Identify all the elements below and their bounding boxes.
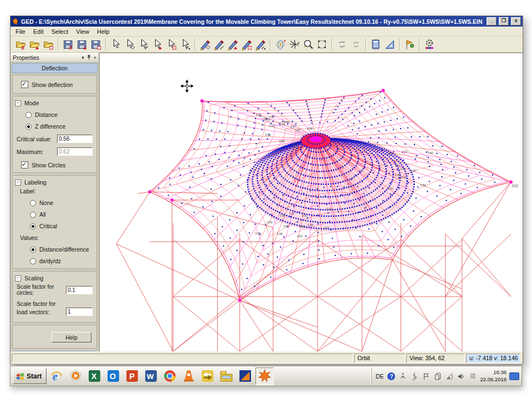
panel-pin-icon[interactable] <box>86 54 91 60</box>
tray-speaker-icon[interactable] <box>456 371 466 381</box>
toolbar-gear-colors-icon[interactable] <box>422 38 436 51</box>
toolbar-cursor-plain-icon[interactable] <box>109 38 122 51</box>
taskbar-clock[interactable]: 16:36 22.06.2019 <box>480 369 507 383</box>
label-critical-radio[interactable] <box>30 223 36 229</box>
toolbar-pen-triangle-icon[interactable] <box>226 38 239 51</box>
toolbar-open-triangle-icon[interactable] <box>27 38 41 51</box>
taskbar-files-icon[interactable] <box>218 368 235 385</box>
scale-circles-input[interactable] <box>66 286 93 294</box>
show-circles-checkbox[interactable] <box>21 161 28 168</box>
language-indicator[interactable]: DE <box>376 373 384 380</box>
tray-network-icon[interactable] <box>444 371 454 381</box>
critical-value-input[interactable] <box>57 135 93 143</box>
help-button[interactable]: Help <box>52 332 91 342</box>
taskbar-exchange-icon[interactable] <box>199 368 216 385</box>
show-deflection-checkbox[interactable] <box>21 81 28 88</box>
toolbar-save-hash-icon[interactable]: # <box>61 38 75 51</box>
menu-help[interactable]: Help <box>93 28 114 35</box>
toolbar-rays-icon[interactable] <box>287 38 301 51</box>
toolbar-link-a-icon[interactable] <box>335 38 349 51</box>
menu-edit[interactable]: Edit <box>29 28 48 35</box>
start-button[interactable]: Start <box>13 368 47 384</box>
toolbar-fit-icon[interactable] <box>315 38 329 51</box>
taskbar-media-player-icon[interactable] <box>67 368 84 385</box>
svg-text:0.58: 0.58 <box>307 127 313 130</box>
toolbar-zoom-icon[interactable] <box>301 38 315 51</box>
toolbar-save-triangle-icon[interactable] <box>75 38 89 51</box>
tray-device-icon[interactable] <box>433 371 442 381</box>
mode-distance-radio[interactable] <box>25 112 32 118</box>
taskbar-cad-icon[interactable] <box>237 368 254 385</box>
svg-text:0.61: 0.61 <box>265 134 271 136</box>
close-button[interactable]: x <box>511 17 521 25</box>
panel-title: Properties <box>13 54 39 61</box>
taskbar-membrane-app-icon[interactable] <box>255 367 274 385</box>
toolbar-open-square-icon[interactable] <box>41 38 55 51</box>
group-mode: − Mode Distance Z difference Critical va… <box>12 96 97 173</box>
toolbar-pen-diamond-icon[interactable] <box>198 38 212 51</box>
toolbar-flag-run-icon[interactable] <box>402 38 416 51</box>
toolbar-link-b-icon[interactable] <box>349 38 362 51</box>
label-all-radio[interactable] <box>30 212 36 218</box>
toolbar-save-square-icon[interactable] <box>89 38 103 51</box>
taskbar-powerpoint-icon[interactable]: P <box>124 368 141 385</box>
panel-title-bar[interactable]: Properties ▾ × <box>11 53 99 63</box>
toolbar-cursor-triangle-icon[interactable] <box>150 38 164 51</box>
quick-launch-area: eXOPW <box>48 367 274 385</box>
toolbar-orbit-icon[interactable] <box>273 38 287 51</box>
toolbar-calculator-icon[interactable] <box>369 38 382 51</box>
panel-dropdown-icon[interactable]: ▾ <box>81 55 84 60</box>
critical-value-label: Critical value: <box>17 136 52 142</box>
mode-zdifference-radio[interactable] <box>25 124 32 130</box>
screenshot-stage: GED - E:\Synch\Archiv\Scia Usercontest 2… <box>0 0 532 399</box>
taskbar-outlook-icon[interactable]: O <box>105 368 122 385</box>
tray-community-icon[interactable] <box>468 371 477 381</box>
toolbar-pen-square-icon[interactable] <box>239 38 253 51</box>
restore-button[interactable]: ❐ <box>499 17 509 25</box>
taskbar-ie-icon[interactable]: e <box>48 368 65 385</box>
toolbar-pen-dot-icon[interactable] <box>253 38 267 51</box>
ged-window: GED - E:\Synch\Archiv\Scia Usercontest 2… <box>10 16 523 365</box>
svg-text:0.59: 0.59 <box>293 147 299 150</box>
values-distance-radio[interactable] <box>30 247 36 253</box>
label-none-radio[interactable] <box>30 200 36 206</box>
taskbar-chrome-icon[interactable] <box>161 368 178 385</box>
tray-caret-icon[interactable] <box>398 371 407 381</box>
viewport[interactable]: 0.870.610.580.590.600.620.570.610.630.58… <box>100 53 523 351</box>
taskbar-excel-icon[interactable]: X <box>86 368 103 385</box>
status-uv-coords: u: -7.418 v: 18.146 <box>466 354 520 363</box>
taskbar-word-icon[interactable]: W <box>142 368 160 385</box>
toolbar-open-hash-icon[interactable]: # <box>13 38 27 51</box>
collapse-labeling-icon[interactable]: − <box>15 180 21 186</box>
tray-help-icon[interactable]: ? <box>386 371 396 381</box>
minimize-button[interactable]: _ <box>487 17 497 25</box>
toolbar-cursor-slash-icon[interactable] <box>136 38 150 51</box>
menu-view[interactable]: View <box>72 28 93 35</box>
menu-select[interactable]: Select <box>48 28 73 35</box>
svg-text:W: W <box>147 372 154 381</box>
svg-text:0.60: 0.60 <box>256 114 262 116</box>
show-desktop-button[interactable] <box>509 372 519 380</box>
toolbar-cursor-diamond-icon[interactable] <box>122 38 136 51</box>
group-help: Help <box>12 325 97 349</box>
title-bar[interactable]: GED - E:\Synch\Archiv\Scia Usercontest 2… <box>11 16 523 27</box>
menu-file[interactable]: File <box>12 28 29 35</box>
values-dxdydz-radio[interactable] <box>30 258 36 264</box>
svg-text:0.59: 0.59 <box>421 184 426 187</box>
toolbar-separator <box>419 38 420 50</box>
tray-bluetooth-icon[interactable] <box>410 371 419 381</box>
tray-flag-icon[interactable] <box>421 371 431 381</box>
collapse-mode-icon[interactable]: − <box>15 100 21 106</box>
toolbar-pen-slash-icon[interactable] <box>212 38 226 51</box>
toolbar-cursor-square-icon[interactable] <box>164 38 178 51</box>
clock-time: 16:36 <box>480 369 507 376</box>
collapse-scaling-icon[interactable]: − <box>15 275 21 282</box>
taskbar-vlc-icon[interactable] <box>180 368 197 385</box>
panel-close-icon[interactable]: × <box>94 55 96 60</box>
viewport-canvas[interactable]: 0.870.610.580.590.600.620.570.610.630.58… <box>100 53 523 351</box>
label-group-label: Label: <box>20 188 93 195</box>
toolbar-setsquare-icon[interactable] <box>382 38 396 51</box>
svg-text:0.62: 0.62 <box>297 235 303 238</box>
toolbar-cursor-dot-icon[interactable] <box>178 38 192 51</box>
scale-vectors-input[interactable] <box>66 308 93 316</box>
